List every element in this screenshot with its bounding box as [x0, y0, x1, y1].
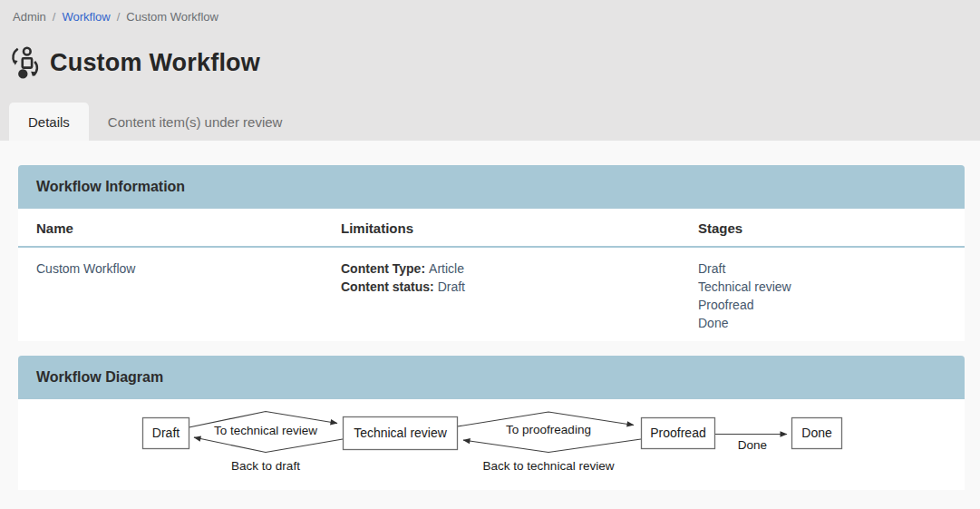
stage-item: Done — [698, 314, 965, 332]
workflow-information-panel: Workflow Information Name Limitations St… — [18, 165, 965, 341]
transition-label-back-to-technical-review: Back to technical review — [483, 459, 615, 473]
stage-item: Technical review — [698, 278, 965, 296]
tab-content-items-under-review[interactable]: Content item(s) under review — [89, 103, 302, 141]
table-row: Custom Workflow Content Type:Article Con… — [18, 248, 965, 341]
workflow-diagram-panel: Workflow Diagram To techn — [18, 356, 965, 490]
workflow-diagram: To technical review Back to draft To pro… — [18, 399, 965, 490]
node-draft: Draft — [143, 418, 189, 449]
svg-text:Technical review: Technical review — [354, 426, 448, 440]
node-technical-review: Technical review — [344, 417, 458, 450]
limitation-label: Content Type: — [341, 261, 425, 276]
tab-details[interactable]: Details — [9, 103, 89, 141]
column-header-name: Name — [36, 220, 341, 236]
column-header-limitations: Limitations — [341, 220, 698, 236]
limitation-content-type: Content Type:Article — [341, 259, 698, 278]
transition-label-to-proofreading: To proofreading — [506, 423, 591, 436]
tab-bar: Details Content item(s) under review — [9, 103, 301, 141]
cell-name: Custom Workflow — [36, 259, 341, 332]
page-title: Custom Workflow — [50, 49, 260, 77]
workflow-diagram-body: To technical review Back to draft To pro… — [18, 399, 965, 490]
transition-label-back-to-draft: Back to draft — [231, 459, 300, 473]
page-header: Admin / Workflow / Custom Workflow Custo… — [0, 0, 980, 141]
stage-item: Draft — [698, 259, 965, 278]
main-content: Workflow Information Name Limitations St… — [0, 141, 980, 490]
column-header-stages: Stages — [698, 220, 965, 236]
cell-limitations: Content Type:Article Content status:Draf… — [341, 259, 698, 332]
edge-back-to-draft — [194, 437, 343, 453]
limitation-value: Draft — [438, 279, 465, 294]
table-header-row: Name Limitations Stages — [18, 209, 965, 248]
transition-label-done: Done — [738, 438, 767, 452]
limitation-value: Article — [429, 261, 464, 276]
node-done: Done — [792, 418, 842, 449]
section-title: Workflow Diagram — [36, 369, 163, 386]
breadcrumb-item-current: Custom Workflow — [126, 10, 218, 24]
node-proofread: Proofread — [642, 418, 715, 449]
svg-text:Done: Done — [801, 426, 832, 440]
workflow-information-body: Name Limitations Stages Custom Workflow … — [18, 209, 965, 341]
section-title: Workflow Information — [36, 179, 185, 195]
limitation-content-status: Content status:Draft — [341, 278, 698, 296]
cell-stages: Draft Technical review Proofread Done — [698, 259, 965, 332]
breadcrumb-separator: / — [117, 10, 121, 24]
workflow-admin-page: Admin / Workflow / Custom Workflow Custo… — [0, 0, 980, 509]
svg-text:Draft: Draft — [152, 426, 180, 440]
edge-back-to-technical-review — [463, 439, 641, 453]
breadcrumb: Admin / Workflow / Custom Workflow — [0, 0, 980, 24]
limitation-label: Content status: — [341, 279, 434, 294]
stage-item: Proofread — [698, 296, 965, 314]
transition-label-to-technical-review: To technical review — [214, 424, 317, 437]
breadcrumb-item-workflow[interactable]: Workflow — [62, 10, 110, 24]
breadcrumb-separator: / — [53, 10, 56, 24]
svg-text:Proofread: Proofread — [650, 426, 705, 440]
workflow-icon — [9, 46, 40, 79]
page-title-row: Custom Workflow — [9, 46, 980, 79]
workflow-information-header: Workflow Information — [18, 165, 965, 209]
workflow-diagram-header: Workflow Diagram — [18, 356, 965, 399]
breadcrumb-item-admin[interactable]: Admin — [13, 10, 46, 24]
